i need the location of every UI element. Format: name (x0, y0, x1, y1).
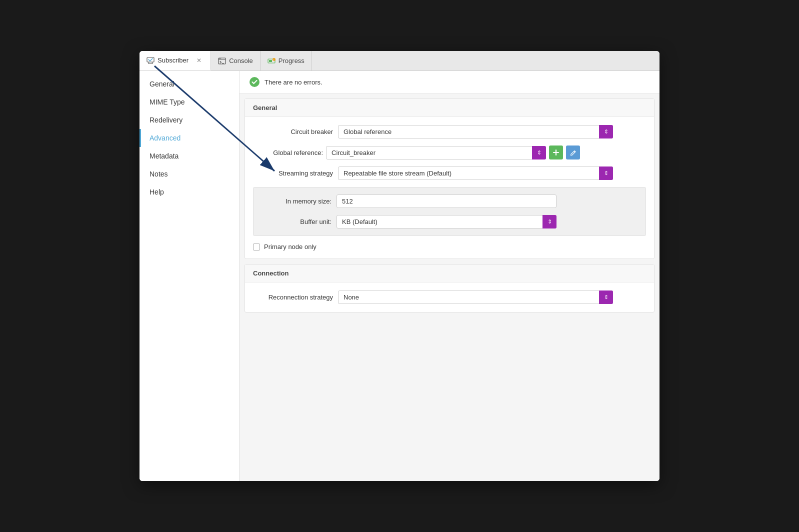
sidebar-item-notes[interactable]: Notes (140, 165, 239, 183)
svg-rect-10 (269, 60, 272, 62)
svg-point-6 (219, 58, 220, 59)
streaming-strategy-select-wrapper: Repeatable file store stream (Default) N… (338, 166, 613, 180)
general-section-header: General (245, 99, 654, 117)
console-icon (218, 57, 226, 65)
sidebar-item-mime-type[interactable]: MIME Type (140, 93, 239, 111)
subscriber-icon (146, 56, 154, 64)
circuit-breaker-label: Circuit breaker (253, 128, 333, 136)
sidebar-item-metadata[interactable]: Metadata (140, 147, 239, 165)
in-memory-size-label: In memory size: (262, 198, 332, 205)
streaming-options-section: In memory size: Buffer unit: KB (Default… (253, 187, 646, 236)
primary-node-row: Primary node only (253, 243, 646, 250)
streaming-strategy-select[interactable]: Repeatable file store stream (Default) N… (338, 166, 613, 180)
streaming-strategy-label: Streaming strategy (253, 170, 333, 177)
general-section-body: Circuit breaker Global reference None Cu… (245, 117, 654, 258)
svg-rect-0 (147, 58, 154, 62)
status-bar: There are no errors. (240, 71, 660, 94)
sidebar-item-general[interactable]: General (140, 75, 239, 93)
tab-close-button[interactable]: ✕ (194, 56, 204, 65)
sidebar-item-advanced[interactable]: Advanced (140, 129, 239, 147)
edit-global-reference-button[interactable] (566, 146, 580, 160)
tab-bar: Subscriber ✕ Console ! Progress (140, 51, 660, 71)
primary-node-label: Primary node only (264, 243, 316, 250)
general-section: General Circuit breaker Global reference… (244, 98, 654, 259)
connection-section-header: Connection (245, 264, 654, 282)
progress-icon: ! (268, 57, 276, 65)
svg-point-7 (220, 58, 222, 59)
global-reference-row: Global reference: Circuit_breaker ⇕ (253, 146, 646, 160)
svg-text:!: ! (273, 58, 274, 61)
sidebar-item-redelivery[interactable]: Redelivery (140, 111, 239, 129)
buffer-unit-select-wrapper: KB (Default) MB GB Bytes ⇕ (336, 215, 556, 228)
reconnection-strategy-row: Reconnection strategy None Standard Fore… (253, 290, 646, 304)
circuit-breaker-row: Circuit breaker Global reference None Cu… (253, 125, 646, 138)
global-reference-select[interactable]: Circuit_breaker (326, 146, 546, 160)
reconnection-strategy-select[interactable]: None Standard Forever (338, 290, 613, 304)
streaming-strategy-row: Streaming strategy Repeatable file store… (253, 166, 646, 180)
reconnection-strategy-label: Reconnection strategy (253, 294, 333, 301)
buffer-unit-row: Buffer unit: KB (Default) MB GB Bytes ⇕ (262, 215, 638, 228)
buffer-unit-select[interactable]: KB (Default) MB GB Bytes (336, 215, 556, 228)
buffer-unit-label: Buffer unit: (262, 218, 332, 226)
global-reference-select-wrapper: Circuit_breaker ⇕ (326, 146, 546, 160)
tab-console-label: Console (229, 57, 253, 64)
status-message: There are no errors. (264, 78, 322, 86)
circuit-breaker-select[interactable]: Global reference None Custom (338, 125, 613, 138)
global-reference-label: Global reference: (263, 149, 323, 156)
sidebar-item-help[interactable]: Help (140, 183, 239, 201)
circuit-breaker-select-wrapper: Global reference None Custom ⇕ (338, 125, 613, 138)
in-memory-size-input[interactable] (336, 194, 556, 208)
connection-section-body: Reconnection strategy None Standard Fore… (245, 282, 654, 312)
connection-section: Connection Reconnection strategy None St… (244, 264, 654, 312)
in-memory-size-row: In memory size: (262, 194, 638, 208)
status-success-icon (250, 77, 260, 87)
svg-line-15 (574, 151, 574, 152)
sidebar: General MIME Type Redelivery Advanced Me… (140, 71, 240, 481)
tab-subscriber[interactable]: Subscriber ✕ (140, 51, 211, 70)
tab-progress-label: Progress (278, 57, 304, 64)
add-global-reference-button[interactable] (549, 146, 563, 160)
tab-subscriber-label: Subscriber (158, 56, 188, 64)
main-content: General MIME Type Redelivery Advanced Me… (140, 71, 660, 481)
tab-progress[interactable]: ! Progress (260, 51, 312, 70)
primary-node-checkbox[interactable] (253, 244, 260, 250)
content-area: There are no errors. General Circuit bre… (240, 71, 660, 481)
tab-console[interactable]: Console (211, 51, 260, 70)
reconnection-strategy-select-wrapper: None Standard Forever ⇕ (338, 290, 613, 304)
